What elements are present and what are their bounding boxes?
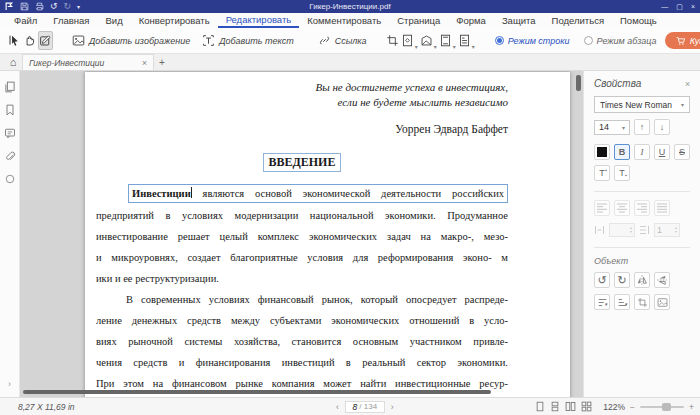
page-number-input[interactable]: 8 / 134	[345, 401, 385, 413]
bates-numbering-button[interactable]: ▾	[458, 31, 475, 50]
edit-tool-button[interactable]	[38, 31, 53, 50]
font-size-select[interactable]: 14 ▾	[594, 120, 630, 135]
align-right-button[interactable]	[634, 200, 650, 216]
thumbnails-icon[interactable]	[4, 81, 16, 93]
char-spacing-input[interactable]: ▴▾	[609, 223, 635, 237]
superscript-button[interactable]: T▪	[594, 165, 610, 181]
pdf-page[interactable]: Вы не достигнете успеха в инвестициях, е…	[85, 72, 570, 397]
align-left-button[interactable]	[594, 200, 610, 216]
menu-page[interactable]: Страница	[389, 13, 448, 28]
crop-button[interactable]	[386, 31, 399, 50]
quote-author[interactable]: Уоррен Эдвард Баффет	[96, 123, 508, 135]
align-center-button[interactable]	[614, 200, 630, 216]
align-justify-button[interactable]	[654, 200, 670, 216]
selection-handle[interactable]	[128, 201, 130, 203]
decrease-font-button[interactable]: ↓	[654, 119, 670, 135]
menu-file[interactable]: Файл	[6, 13, 45, 28]
close-button[interactable]: ×	[691, 3, 695, 11]
annotations-icon[interactable]	[4, 127, 16, 139]
toolbar-options-icon[interactable]: ▾	[77, 4, 80, 10]
vertical-scrollbar-thumb[interactable]	[576, 75, 581, 91]
save-icon[interactable]	[20, 2, 29, 11]
line-mode-radio[interactable]: Режим строки	[495, 36, 570, 46]
paragraph-2[interactable]: В современных условиях финансовый рынок,…	[96, 289, 508, 397]
print-icon[interactable]	[35, 2, 44, 11]
menu-convert[interactable]: Конвертировать	[131, 13, 218, 28]
crop-object-button[interactable]	[634, 294, 650, 310]
attachments-icon[interactable]	[4, 150, 16, 162]
rotate-left-button[interactable]: ↺	[594, 272, 610, 288]
undo-icon[interactable]: ↺	[50, 2, 58, 11]
flip-vertical-button[interactable]	[654, 272, 670, 288]
watermark-button[interactable]: ▾	[401, 31, 418, 50]
replace-image-button[interactable]	[654, 294, 670, 310]
selection-handle[interactable]	[128, 184, 130, 186]
epigraph-quote[interactable]: Вы не достигнете успеха в инвестициях, е…	[96, 80, 508, 110]
buy-now-button[interactable]: Купить сейчас	[665, 32, 700, 49]
add-image-button[interactable]: Добавить изображение	[67, 32, 195, 49]
menu-share[interactable]: Поделиться	[544, 13, 612, 28]
paragraph-mode-radio[interactable]: Режим абзаца	[584, 36, 657, 46]
document-tab[interactable]: Гикер-Инвестиции ×	[22, 54, 154, 70]
selection-handle[interactable]	[128, 191, 130, 195]
menu-help[interactable]: Помощь	[612, 13, 665, 28]
selection-handle[interactable]	[315, 184, 319, 186]
minimize-button[interactable]: —	[661, 3, 668, 11]
add-text-button[interactable]: Добавить текст	[197, 32, 299, 49]
previous-page-icon[interactable]: ‹	[336, 402, 339, 412]
flip-horizontal-button[interactable]	[634, 272, 650, 288]
home-tab-icon[interactable]: ⌂	[4, 54, 22, 70]
menu-form[interactable]: Форма	[448, 13, 494, 28]
spinner-down-icon[interactable]: ▾	[630, 230, 632, 234]
font-color-button[interactable]	[594, 144, 610, 160]
document-area[interactable]: Вы не достигнете успеха в инвестициях, е…	[20, 71, 583, 397]
two-page-view-icon[interactable]	[565, 401, 576, 412]
sidebar-expand-icon[interactable]: ›	[8, 379, 11, 389]
strikethrough-button[interactable]: S	[674, 144, 690, 160]
line-spacing-input[interactable]: 1▴▾	[654, 223, 680, 237]
bookmarks-icon[interactable]	[4, 104, 16, 116]
increase-font-button[interactable]: ↑	[634, 119, 650, 135]
continuous-view-icon[interactable]	[550, 401, 560, 412]
selection-handle[interactable]	[315, 201, 319, 203]
zoom-slider[interactable]	[640, 406, 684, 408]
selection-handle[interactable]	[506, 191, 508, 195]
hand-tool-button[interactable]	[23, 31, 36, 50]
underline-button[interactable]: U	[654, 144, 670, 160]
grid-view-icon[interactable]	[581, 401, 592, 412]
menu-view[interactable]: Вид	[98, 13, 131, 28]
spinner-down-icon[interactable]: ▾	[675, 230, 677, 234]
paragraph-1[interactable]: Инвестиции являются основой экономическо…	[96, 184, 508, 289]
zoom-in-icon[interactable]: +	[689, 402, 694, 412]
background-button[interactable]: ▾	[420, 31, 437, 50]
distribute-objects-button[interactable]: ▾	[614, 294, 630, 310]
bold-button[interactable]: B	[614, 144, 630, 160]
selection-handle[interactable]	[506, 201, 508, 203]
horizontal-scrollbar-thumb[interactable]	[23, 390, 491, 394]
search-icon[interactable]	[4, 173, 16, 185]
chapter-heading[interactable]: ВВЕДЕНИЕ	[263, 153, 342, 172]
align-objects-button[interactable]: ▾	[594, 294, 610, 310]
next-page-icon[interactable]: ›	[391, 402, 394, 412]
single-page-view-icon[interactable]	[535, 401, 545, 412]
header-footer-button[interactable]: ▾	[439, 31, 456, 50]
menu-edit[interactable]: Редактировать	[218, 13, 300, 28]
link-button[interactable]: Ссылка	[313, 32, 372, 49]
tab-close-icon[interactable]: ×	[142, 58, 147, 68]
zoom-out-icon[interactable]: −	[630, 402, 635, 412]
menu-comment[interactable]: Комментировать	[299, 13, 389, 28]
zoom-slider-thumb[interactable]	[662, 403, 671, 411]
menu-home[interactable]: Главная	[45, 13, 97, 28]
new-tab-button[interactable]: +	[154, 54, 170, 70]
italic-button[interactable]: I	[634, 144, 650, 160]
selection-handle[interactable]	[506, 184, 508, 186]
maximize-button[interactable]: ▢	[676, 3, 683, 11]
font-family-select[interactable]: Times New Roman ▾	[594, 96, 690, 113]
text-selection-box[interactable]: Инвестиции являются основой экономическо…	[128, 184, 508, 203]
redo-icon[interactable]: ↻	[64, 2, 72, 11]
rotate-right-button[interactable]: ↻	[614, 272, 630, 288]
panel-close-icon[interactable]: ×	[685, 79, 690, 89]
subscript-button[interactable]: T▪	[614, 165, 630, 181]
select-tool-button[interactable]	[8, 31, 21, 50]
menu-protect[interactable]: Защита	[494, 13, 544, 28]
